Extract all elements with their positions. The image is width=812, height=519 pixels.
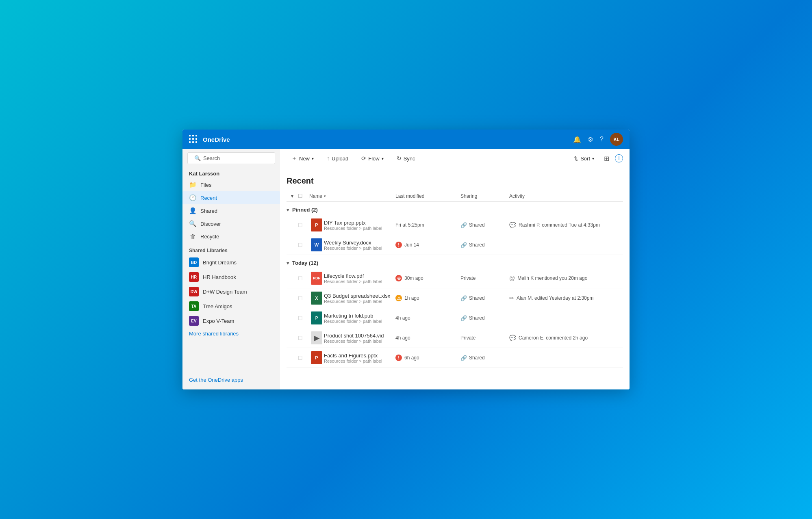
topbar-icons: 🔔 ⚙ ? KL: [573, 133, 623, 146]
sidebar-item-expo-vteam[interactable]: EV Expo V-Team: [182, 314, 280, 328]
sharing-status: 🔗 Shared: [460, 295, 509, 301]
sidebar-item-discover[interactable]: 🔍 Discover: [182, 217, 280, 230]
gear-icon[interactable]: ⚙: [588, 136, 593, 143]
table-row[interactable]: › ☐ W Weekly Survey.docx Resources folde…: [287, 235, 623, 255]
dw-design-label: D+W Design Team: [203, 289, 247, 295]
table-row[interactable]: › ☐ P Marketing tri fold.pub Resources f…: [287, 308, 623, 328]
flow-button[interactable]: ⟳ Flow ▾: [356, 153, 388, 164]
plus-icon: ＋: [291, 155, 297, 162]
file-path: Resources folder > path label: [324, 319, 395, 324]
error-status-icon: !: [395, 242, 402, 248]
file-area: Recent ▾ ☐ Name ▾ Last modified Sharing …: [280, 168, 630, 389]
row-checkbox[interactable]: ☐: [298, 335, 309, 341]
table-row[interactable]: › ☐ PDF Lifecycle flow.pdf Resources fol…: [287, 268, 623, 288]
file-path: Resources folder > path label: [324, 299, 395, 304]
table-row[interactable]: › ☐ ▶ Product shot 1007564.vid Resources…: [287, 328, 623, 348]
upload-icon: ↑: [327, 155, 330, 162]
share-icon: 🔗: [460, 222, 467, 228]
row-checkbox[interactable]: ☐: [298, 295, 309, 301]
upload-button[interactable]: ↑ Upload: [322, 153, 353, 164]
comment-icon: 💬: [509, 222, 516, 228]
sort-icon: ⇅: [574, 156, 578, 162]
sharing-status: 🔗 Shared: [460, 242, 509, 248]
hr-handbook-label: HR Handbook: [203, 274, 236, 280]
row-checkbox[interactable]: ☐: [298, 222, 309, 228]
activity-info: ✏ Alan M. edited Yesterday at 2:30pm: [509, 295, 623, 301]
modified-date: ⚠ 1h ago: [395, 295, 460, 301]
activity-info: 💬 Rashmi P. commented Tue at 4:33pm: [509, 222, 623, 228]
sync-button[interactable]: ↻ Sync: [392, 153, 420, 164]
file-name: Q3 Budget spreadsheet.xlsx: [324, 293, 395, 299]
table-row[interactable]: › ☐ P Facts and Figures.pptx Resources f…: [287, 348, 623, 368]
user-name: Kat Larsson: [182, 167, 280, 178]
sidebar-item-tree-amigos[interactable]: TA Tree Amigos: [182, 299, 280, 314]
sidebar-item-bright-dreams[interactable]: BD Bright Dreams: [182, 255, 280, 270]
shared-icon: 👤: [189, 207, 196, 214]
app-launcher-icon[interactable]: [189, 135, 198, 144]
sync-icon: ↻: [397, 155, 402, 162]
file-path: Resources folder > path label: [324, 279, 395, 284]
topbar: OneDrive 🔔 ⚙ ? KL: [182, 130, 630, 149]
table-row[interactable]: › ☐ X Q3 Budget spreadsheet.xlsx Resourc…: [287, 288, 623, 308]
file-path: Resources folder > path label: [324, 226, 395, 231]
file-name: DIY Tax prep.pptx: [324, 220, 395, 226]
modified-date: Fri at 5:25pm: [395, 222, 460, 228]
avatar[interactable]: KL: [610, 133, 623, 146]
sidebar: 🔍 Search Kat Larsson 📁 Files 🕐 Recent 👤 …: [182, 149, 280, 389]
row-checkbox[interactable]: ☐: [298, 275, 309, 281]
file-name: Facts and Figures.pptx: [324, 352, 395, 359]
grid-view-icon[interactable]: ⊞: [601, 153, 612, 164]
sidebar-item-discover-label: Discover: [200, 221, 221, 227]
help-icon[interactable]: ?: [600, 136, 604, 143]
more-shared-libraries-link[interactable]: More shared libraries: [182, 328, 280, 339]
recycle-icon: 🗑: [189, 233, 196, 240]
sidebar-item-shared-label: Shared: [200, 208, 217, 214]
activity-column-header: Activity: [509, 193, 623, 199]
file-path: Resources folder > path label: [324, 339, 395, 344]
error-status-icon: !: [395, 355, 402, 361]
search-bar[interactable]: 🔍 Search: [187, 152, 275, 164]
sidebar-item-dw-design[interactable]: DW D+W Design Team: [182, 284, 280, 299]
modified-column-header: Last modified: [395, 193, 460, 199]
discover-icon: 🔍: [189, 220, 196, 227]
expo-vteam-label: Expo V-Team: [203, 318, 234, 324]
sort-button[interactable]: ⇅ Sort ▾: [570, 153, 598, 164]
sidebar-item-hr-handbook[interactable]: HR HR Handbook: [182, 270, 280, 284]
sidebar-item-shared[interactable]: 👤 Shared: [182, 204, 280, 217]
sharing-status: 🔗 Shared: [460, 355, 509, 361]
sharing-status: 🔗 Shared: [460, 222, 509, 228]
sync-error-icon: ⊝: [395, 275, 402, 281]
file-name: Marketing tri fold.pub: [324, 313, 395, 319]
sidebar-item-recent-label: Recent: [200, 195, 217, 201]
select-all-checkbox[interactable]: ☐: [298, 193, 309, 199]
collapse-all-icon[interactable]: ▾: [287, 193, 298, 199]
table-row[interactable]: › ☐ P DIY Tax prep.pptx Resources folder…: [287, 215, 623, 235]
hr-handbook-badge: HR: [189, 272, 199, 282]
flow-chevron-icon: ▾: [382, 156, 384, 161]
row-checkbox[interactable]: ☐: [298, 315, 309, 321]
bright-dreams-badge: BD: [189, 257, 199, 267]
file-type-icon: ▶: [311, 331, 322, 344]
sidebar-item-recycle[interactable]: 🗑 Recycle: [182, 230, 280, 243]
search-label: Search: [203, 155, 220, 161]
pinned-section-label: Pinned (2): [292, 207, 318, 213]
sidebar-item-recent[interactable]: 🕐 Recent: [182, 191, 280, 204]
info-icon[interactable]: i: [615, 154, 623, 162]
pinned-section-header[interactable]: ▾ Pinned (2): [287, 202, 623, 215]
today-section-header[interactable]: ▾ Today (12): [287, 255, 623, 268]
bell-icon[interactable]: 🔔: [573, 136, 581, 143]
modified-date: ! 6h ago: [395, 355, 460, 361]
file-type-icon: P: [311, 311, 322, 324]
name-column-header[interactable]: Name ▾: [309, 193, 395, 199]
sidebar-item-files-label: Files: [200, 182, 211, 188]
file-type-icon: X: [311, 292, 322, 305]
sidebar-item-recycle-label: Recycle: [200, 234, 219, 240]
row-checkbox[interactable]: ☐: [298, 242, 309, 248]
sidebar-item-files[interactable]: 📁 Files: [182, 178, 280, 191]
warning-icon: ⚠: [395, 295, 402, 301]
row-checkbox[interactable]: ☐: [298, 355, 309, 361]
file-name: Lifecycle flow.pdf: [324, 273, 395, 279]
get-apps-link[interactable]: Get the OneDrive apps: [182, 370, 280, 389]
modified-date: ⊝ 30m ago: [395, 275, 460, 281]
new-button[interactable]: ＋ New ▾: [287, 152, 319, 164]
